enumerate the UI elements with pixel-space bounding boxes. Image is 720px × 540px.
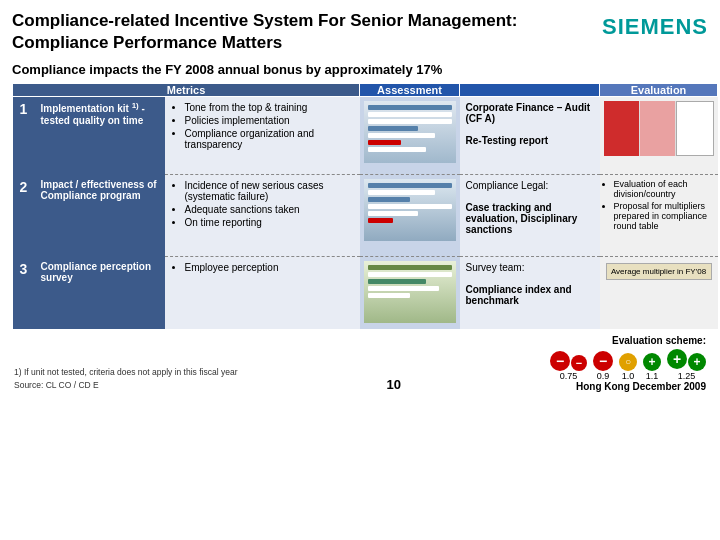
minus-icon: − xyxy=(571,355,587,371)
row-label-3: Compliance perception survey xyxy=(35,257,165,329)
details-cell-2: Compliance Legal: Case tracking and eval… xyxy=(460,175,600,257)
eval-scheme-label: Evaluation scheme: xyxy=(550,335,706,346)
assessment-cell-3 xyxy=(360,257,460,329)
metrics-header: Metrics xyxy=(13,84,360,97)
bottom-section: 1) If unit not tested, criteria does not… xyxy=(12,335,708,392)
row-number-1: 1 xyxy=(13,97,35,175)
eval-cell-1 xyxy=(600,97,718,175)
double-minus-icon: − xyxy=(550,351,570,371)
eval-scheme-section: Evaluation scheme: − − 0.75 − 0.9 xyxy=(550,335,706,392)
minus-icon-09: − xyxy=(593,351,613,371)
page-title: Compliance-related Incentive System For … xyxy=(12,10,572,54)
table-row: 2 Impact / effectiveness of Compliance p… xyxy=(13,175,718,257)
plus-icon-11: + xyxy=(643,353,661,371)
eval-cell-2: Evaluation of each division/country Prop… xyxy=(600,175,718,257)
location-date: Hong Kong December 2009 xyxy=(550,381,706,392)
row-number-2: 2 xyxy=(13,175,35,257)
metrics-cell-1: Tone from the top & training Policies im… xyxy=(165,97,360,175)
header: Compliance-related Incentive System For … xyxy=(12,10,708,54)
double-plus-icon: + xyxy=(667,349,687,369)
row-number-3: 3 xyxy=(13,257,35,329)
avg-box: Average multiplier in FY'08 xyxy=(606,263,712,280)
table-header-row: Metrics Assessment Evaluation xyxy=(13,84,718,97)
details-cell-3: Survey team: Compliance index and benchm… xyxy=(460,257,600,329)
evaluation-header: Evaluation xyxy=(600,84,718,97)
subtitle: Compliance impacts the FY 2008 annual bo… xyxy=(12,62,708,77)
screen-thumb-2 xyxy=(364,179,456,241)
table-row: 1 Implementation kit 1) - tested quality… xyxy=(13,97,718,175)
row-label-2: Impact / effectiveness of Compliance pro… xyxy=(35,175,165,257)
scheme-item-09: − 0.9 xyxy=(593,351,613,381)
eval-bullets-2: Evaluation of each division/country Prop… xyxy=(604,179,714,231)
footnotes: 1) If unit not tested, criteria does not… xyxy=(14,366,237,392)
page-number: 10 xyxy=(387,377,401,392)
siemens-logo: SIEMENS xyxy=(602,14,708,40)
page: Compliance-related Incentive System For … xyxy=(0,0,720,540)
row-label-1: Implementation kit 1) - tested quality o… xyxy=(35,97,165,175)
metrics-cell-2: Incidence of new serious cases (systemat… xyxy=(165,175,360,257)
scheme-item-125: + + 1.25 xyxy=(667,349,706,381)
scheme-item-11: + 1.1 xyxy=(643,353,661,381)
eval-cell-3: Average multiplier in FY'08 xyxy=(600,257,718,329)
scheme-item-10: ○ 1.0 xyxy=(619,353,637,381)
scheme-item-075: − − 0.75 xyxy=(550,351,587,381)
plus-small-icon: + xyxy=(688,353,706,371)
assessment-cell-1 xyxy=(360,97,460,175)
eval-thumbnail-1 xyxy=(604,101,714,156)
screen-thumb-1 xyxy=(364,101,456,163)
assessment-header: Assessment xyxy=(360,84,460,97)
details-cell-1: Corporate Finance – Audit (CF A) Re-Test… xyxy=(460,97,600,175)
table-row: 3 Compliance perception survey Employee … xyxy=(13,257,718,329)
details-header xyxy=(460,84,600,97)
eval-scheme-icons: − − 0.75 − 0.9 ○ 1.0 xyxy=(550,349,706,381)
screen-thumb-3 xyxy=(364,261,456,323)
assessment-cell-2 xyxy=(360,175,460,257)
main-table: Metrics Assessment Evaluation 1 Implemen… xyxy=(12,83,718,329)
circle-zero-icon: ○ xyxy=(619,353,637,371)
metrics-cell-3: Employee perception xyxy=(165,257,360,329)
